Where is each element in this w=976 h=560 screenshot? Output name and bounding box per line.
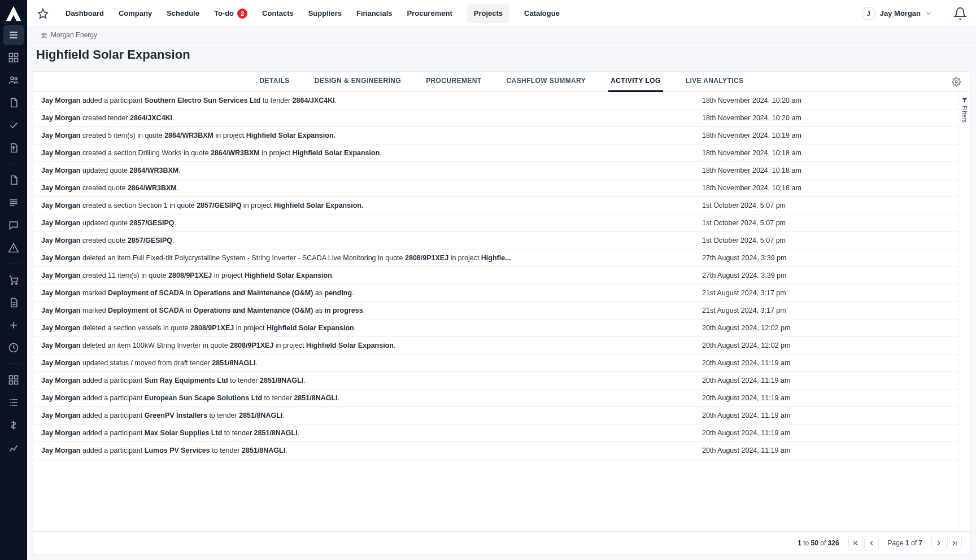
svg-rect-9 [10,376,13,379]
activity-time: 18th November 2024, 10:18 am [702,167,951,174]
notifications-icon[interactable] [953,7,967,20]
sidebar-item-doc3[interactable] [3,292,24,313]
svg-point-5 [15,77,17,80]
content-card: DETAILSDESIGN & ENGINEERINGPROCUREMENTCA… [33,71,970,554]
activity-row[interactable]: Jay Morgan added a participant GreenPV I… [33,407,958,425]
activity-row[interactable]: Jay Morgan created quote 2857/GESIPQ.1st… [33,232,958,250]
tab-settings-button[interactable] [949,75,963,89]
svg-rect-3 [15,59,18,62]
sidebar-item-export[interactable] [3,138,24,158]
title-band: Highfield Solar Expansion [27,43,976,71]
pager-buttons [848,536,879,550]
activity-text: Jay Morgan deleted an item Full Fixed-ti… [41,254,702,262]
nav-item-to-do[interactable]: To-do2 [214,0,247,27]
pager-last[interactable] [947,536,962,550]
activity-text: Jay Morgan added a participant Lumos PV … [41,447,702,454]
sidebar-item-doc2[interactable] [3,170,24,190]
sidebar-item-listalt[interactable] [3,392,24,413]
activity-time: 27th August 2024, 3:39 pm [702,254,951,262]
nav-item-dashboard[interactable]: Dashboard [66,0,104,27]
chevron-down-icon [925,10,932,17]
tab-activity-log[interactable]: ACTIVITY LOG [608,72,663,92]
nav-item-suppliers[interactable]: Suppliers [308,0,342,27]
activity-row[interactable]: Jay Morgan added a participant European … [33,390,958,407]
activity-row[interactable]: Jay Morgan added a participant Sun Ray E… [33,372,958,390]
pager-prev[interactable] [864,536,879,550]
activity-text: Jay Morgan created a section Section 1 i… [41,202,702,209]
sidebar-item-check[interactable] [3,115,24,135]
activity-row[interactable]: Jay Morgan added a participant Southern … [33,92,958,110]
star-icon[interactable] [37,8,49,19]
filters-rail[interactable]: Filters [958,92,970,531]
activity-row[interactable]: Jay Morgan marked Deployment of SCADA in… [33,302,958,320]
activity-time: 27th August 2024, 3:39 pm [702,272,951,279]
activity-row[interactable]: Jay Morgan created tender 2864/JXC4KI.18… [33,110,958,127]
svg-point-7 [16,283,18,285]
sidebar-item-plus[interactable] [3,315,24,335]
sidebar-separator [6,364,21,364]
pager-first[interactable] [848,536,863,550]
activity-time: 20th August 2024, 12:02 pm [702,324,951,332]
plus-icon [8,320,19,331]
listalt-icon [8,397,19,408]
activity-row[interactable]: Jay Morgan created a section Drilling Wo… [33,145,958,162]
svg-rect-12 [10,381,13,384]
activity-row[interactable]: Jay Morgan deleted a section vessels in … [33,320,958,337]
brand-logo-icon[interactable] [5,5,23,23]
nav-item-schedule[interactable]: Schedule [167,0,199,27]
activity-row[interactable]: Jay Morgan deleted an item 100kW String … [33,337,958,355]
list-icon [8,29,19,41]
sidebar-item-clock[interactable] [3,338,24,358]
activity-row[interactable]: Jay Morgan updated quote 2857/GESIPQ.1st… [33,215,958,232]
pager-next[interactable] [931,536,946,550]
tab-live-analytics[interactable]: LIVE ANALYTICS [683,72,746,92]
activity-row[interactable]: Jay Morgan deleted an item Full Fixed-ti… [33,250,958,267]
activity-time: 20th August 2024, 11:19 am [702,429,951,437]
activity-time: 1st October 2024, 5:07 pm [702,219,951,227]
activity-row[interactable]: Jay Morgan created 5 item(s) in quote 28… [33,127,958,145]
breadcrumb-org[interactable]: Morgan Energy [51,31,97,39]
sidebar-item-doc[interactable] [3,93,24,113]
activity-text: Jay Morgan marked Deployment of SCADA in… [41,307,702,314]
nav-item-projects[interactable]: Projects [467,4,509,23]
nav-item-financials[interactable]: Financials [356,0,393,27]
sidebar-item-list[interactable] [3,25,24,45]
sidebar-item-warning[interactable] [3,238,24,258]
activity-time: 18th November 2024, 10:18 am [702,149,951,157]
gear-icon [952,77,961,86]
activity-time: 20th August 2024, 11:19 am [702,359,951,367]
activity-row[interactable]: Jay Morgan marked Deployment of SCADA in… [33,285,958,302]
sidebar-item-lines[interactable] [3,193,24,213]
activity-row[interactable]: Jay Morgan created a section Section 1 i… [33,197,958,215]
sidebar-item-chat[interactable] [3,215,24,235]
tab-cashflow-summary[interactable]: CASHFLOW SUMMARY [504,72,589,92]
tab-design-engineering[interactable]: DESIGN & ENGINEERING [312,72,403,92]
activity-row[interactable]: Jay Morgan created quote 2864/WR3BXM.18t… [33,180,958,197]
tab-procurement[interactable]: PROCUREMENT [424,72,483,92]
activity-time: 20th August 2024, 11:19 am [702,412,951,419]
chart-icon [8,442,19,453]
sidebar-item-people[interactable] [3,70,24,90]
user-menu[interactable]: J Jay Morgan [862,7,932,20]
nav-item-procurement[interactable]: Procurement [407,0,452,27]
activity-time: 18th November 2024, 10:20 am [702,97,951,104]
tab-details[interactable]: DETAILS [258,72,292,92]
sidebar-item-chart[interactable] [3,438,24,458]
sidebar-item-dashboard[interactable] [3,47,24,68]
activity-row[interactable]: Jay Morgan added a participant Max Solar… [33,425,958,442]
activity-row[interactable]: Jay Morgan updated quote 2864/WR3BXM.18t… [33,162,958,180]
activity-text: Jay Morgan added a participant Sun Ray E… [41,377,702,384]
sidebar-item-dollar[interactable] [3,415,24,435]
activity-row[interactable]: Jay Morgan added a participant Lumos PV … [33,442,958,460]
sidebar-item-cart[interactable] [3,270,24,290]
activity-row[interactable]: Jay Morgan updated status / moved from d… [33,355,958,372]
nav-item-contacts[interactable]: Contacts [262,0,294,27]
activity-log-panel[interactable]: Jay Morgan added a participant Southern … [33,92,958,531]
nav-item-catalogue[interactable]: Catalogue [524,0,560,27]
nav-item-company[interactable]: Company [119,0,152,27]
activity-text: Jay Morgan deleted a section vessels in … [41,324,702,332]
sidebar-item-widgets[interactable] [3,370,24,390]
activity-time: 18th November 2024, 10:19 am [702,132,951,139]
activity-row[interactable]: Jay Morgan created 11 item(s) in quote 2… [33,267,958,285]
doc-icon [8,97,19,108]
